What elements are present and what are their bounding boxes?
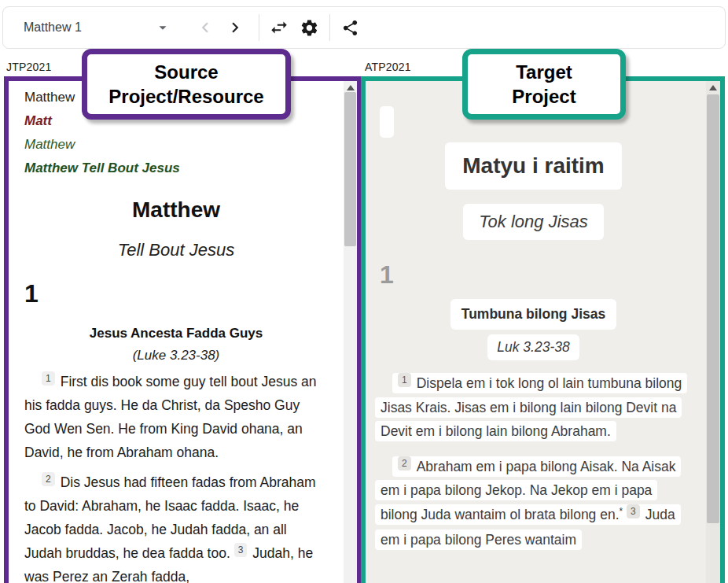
book-chapter-label: Matthew 1 <box>24 20 82 35</box>
source-project-id: JTP2021 <box>6 61 51 73</box>
book-chapter-selector[interactable]: Matthew 1 <box>24 19 171 36</box>
caret-down-icon <box>154 19 171 36</box>
target-annotation-line2: Project <box>472 84 616 109</box>
source-chapter-number: 1 <box>24 279 328 308</box>
source-section-heading: Jesus Ancesta Fadda Guys <box>24 326 328 341</box>
swap-arrows-icon <box>269 17 289 38</box>
source-text-view[interactable]: Matthew Matt Matthew Matthew Tell Bout J… <box>9 81 344 583</box>
scroll-up-icon <box>709 85 717 90</box>
source-toc-long-name: Matthew Tell Bout Jesus <box>24 157 328 180</box>
source-verse-paragraph: 1First dis book some guy tell bout Jesus… <box>24 370 328 464</box>
footnote-marker[interactable]: * <box>620 506 623 517</box>
verse-segment[interactable]: 2Abraham em i papa bilong Aisak. Na Aisa… <box>375 456 681 551</box>
verse-number-badge: 3 <box>234 543 248 557</box>
scroll-up-icon <box>347 85 355 90</box>
empty-segment-placeholder[interactable] <box>380 106 394 138</box>
share-button[interactable] <box>341 19 359 37</box>
target-verse-paragraph: 1Dispela em i tok long ol lain tumbuna b… <box>375 371 692 444</box>
source-annotation-label: Source Project/Resource <box>82 49 291 120</box>
toolbar-divider <box>259 14 259 41</box>
chevron-right-icon <box>225 17 245 38</box>
gear-icon <box>300 18 319 38</box>
source-panel: Matthew Matt Matthew Matthew Tell Bout J… <box>4 76 362 583</box>
target-text-editor[interactable]: Matyu i raitim Tok long Jisas 1 Tumbuna … <box>366 81 706 583</box>
target-parallel-reference[interactable]: Luk 3.23-38 <box>487 334 579 360</box>
target-chapter-number: 1 <box>380 260 692 290</box>
share-icon <box>341 19 359 37</box>
settings-button[interactable] <box>300 18 319 38</box>
source-scrollbar-thumb[interactable] <box>344 92 356 246</box>
toolbar: Matthew 1 <box>2 6 726 49</box>
verse-text: First dis book some guy tell bout Jesus … <box>24 374 317 460</box>
target-scrollbar-thumb[interactable] <box>707 94 719 523</box>
source-parallel-reference: (Luke 3.23-38) <box>24 348 328 363</box>
previous-chapter-button[interactable] <box>195 17 215 38</box>
verse-number-badge: 2 <box>42 472 55 486</box>
scroll-up-button[interactable] <box>706 81 720 94</box>
source-scrollbar[interactable] <box>344 81 357 583</box>
target-main-title[interactable]: Matyu i raitim <box>445 142 621 190</box>
source-annotation-line2: Project/Resource <box>92 84 281 109</box>
target-annotation-line1: Target <box>472 60 616 84</box>
source-annotation-line1: Source <box>92 60 281 84</box>
target-section-heading[interactable]: Tumbuna bilong Jisas <box>450 299 616 330</box>
toolbar-divider <box>329 14 330 41</box>
swap-panes-button[interactable] <box>269 17 289 38</box>
target-annotation-label: Target Project <box>462 49 626 120</box>
next-chapter-button[interactable] <box>225 17 245 38</box>
verse-number-badge: 3 <box>627 504 640 518</box>
source-toc-name: Matthew <box>24 133 328 157</box>
target-panel: Matyu i raitim Tok long Jisas 1 Tumbuna … <box>361 76 725 583</box>
verse-number-badge: 1 <box>42 371 55 386</box>
target-verse-paragraph: 2Abraham em i papa bilong Aisak. Na Aisa… <box>375 455 692 552</box>
verse-number-badge: 1 <box>398 373 411 387</box>
verse-segment[interactable]: 1Dispela em i tok long ol lain tumbuna b… <box>375 373 687 441</box>
source-subtitle: Tell Bout Jesus <box>24 240 328 260</box>
verse-text: Dispela em i tok long ol lain tumbuna bi… <box>381 375 682 439</box>
target-subtitle[interactable]: Tok long Jisas <box>463 204 604 240</box>
verse-number-badge: 2 <box>398 456 411 470</box>
source-verse-paragraph: 2Dis Jesus had fifteen fadas from Abraha… <box>24 470 328 583</box>
target-scrollbar[interactable] <box>706 81 720 583</box>
chevron-left-icon <box>195 17 215 38</box>
target-project-id: ATP2021 <box>365 61 411 73</box>
source-main-title: Matthew <box>24 197 328 223</box>
